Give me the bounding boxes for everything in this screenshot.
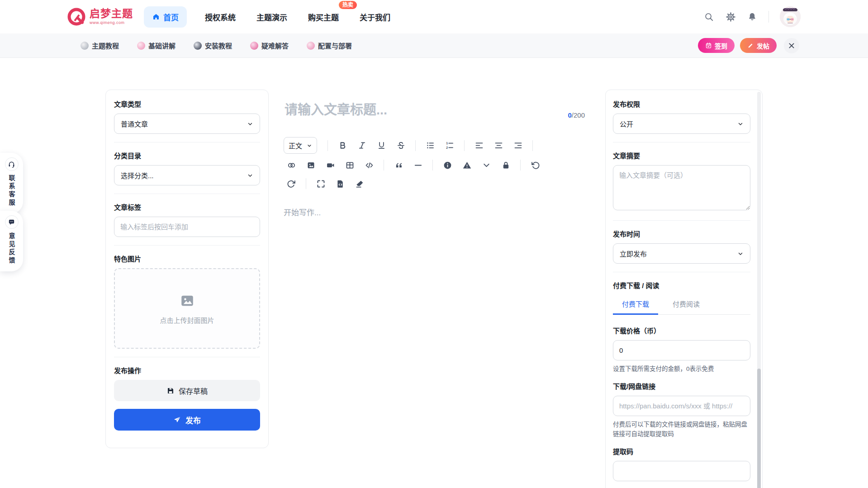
- publish-time-label: 发布时间: [613, 229, 750, 238]
- logo-title: 启梦主题: [90, 9, 133, 19]
- tags-input[interactable]: [114, 217, 260, 237]
- subnav-item-basics[interactable]: 基础讲解: [137, 41, 175, 50]
- image-icon: [179, 293, 195, 309]
- tab-paid-download[interactable]: 付费下载: [613, 295, 658, 315]
- undo-button[interactable]: [527, 158, 543, 172]
- contact-support-label: 联系客服: [7, 175, 16, 207]
- ordered-list-button[interactable]: 12: [442, 138, 457, 153]
- clear-format-button[interactable]: [352, 176, 367, 191]
- fullscreen-button[interactable]: [313, 176, 328, 191]
- editor-body[interactable]: 开始写作...: [284, 206, 586, 261]
- lock-block-button[interactable]: [498, 158, 513, 172]
- subnav-actions: 签到 发帖: [698, 38, 799, 53]
- subnav-item-theme-tutorial[interactable]: 主题教程: [81, 41, 119, 50]
- category-label: 分类目录: [114, 151, 260, 160]
- divider: [464, 140, 465, 151]
- feedback-button[interactable]: 意见反馈: [0, 211, 23, 271]
- gear-icon[interactable]: [725, 11, 736, 22]
- align-left-button[interactable]: [471, 138, 487, 153]
- top-navbar: 启梦主题 www.qimeng.com 首页 授权系统 主题演示 购买主题 热卖…: [0, 0, 868, 33]
- download-link-label: 下载/网盘链接: [613, 381, 750, 391]
- nav-item-demo[interactable]: 主题演示: [254, 6, 290, 28]
- bullet-list-button[interactable]: [422, 138, 438, 153]
- divider: [306, 178, 306, 189]
- paid-section-label: 付费下载 / 阅读: [613, 280, 750, 290]
- publish-time-select[interactable]: 立即发布: [613, 243, 750, 264]
- hot-badge: 热卖: [339, 1, 357, 9]
- bold-button[interactable]: [335, 138, 350, 153]
- category-avatar-icon: [307, 42, 315, 50]
- insert-video-button[interactable]: [323, 158, 338, 172]
- article-type-select[interactable]: 普通文章: [114, 114, 260, 134]
- divider: [114, 142, 260, 142]
- insert-image-button[interactable]: [303, 158, 318, 172]
- svg-text:2: 2: [446, 146, 448, 149]
- redo-button[interactable]: [284, 176, 299, 191]
- nav-item-about[interactable]: 关于我们: [357, 6, 393, 28]
- divider: [114, 357, 260, 357]
- close-icon: [788, 42, 795, 49]
- editor-column: 0/200 正文 12: [284, 90, 586, 261]
- new-post-button[interactable]: 发帖: [740, 38, 777, 53]
- format-select[interactable]: 正文: [284, 137, 317, 154]
- panel-scrollbar-thumb[interactable]: [757, 369, 761, 488]
- insert-table-button[interactable]: [342, 158, 357, 172]
- strikethrough-button[interactable]: [393, 138, 408, 153]
- import-file-button[interactable]: [332, 176, 348, 191]
- download-link-input[interactable]: [613, 396, 750, 416]
- nav-item-home[interactable]: 首页: [144, 6, 187, 28]
- divider: [613, 220, 750, 221]
- collapse-block-button[interactable]: [479, 158, 494, 172]
- link-button[interactable]: [284, 158, 299, 172]
- pencil-icon: [747, 42, 754, 49]
- bell-icon[interactable]: [747, 11, 758, 22]
- italic-button[interactable]: [354, 138, 370, 153]
- price-label: 下载价格（币）: [613, 326, 750, 335]
- code-button[interactable]: [361, 158, 377, 172]
- subnav-item-faq[interactable]: 疑难解答: [250, 41, 289, 50]
- chat-bubble-icon: [5, 215, 19, 229]
- permission-select[interactable]: 公开: [613, 114, 750, 134]
- info-block-button[interactable]: [440, 158, 455, 172]
- publish-button[interactable]: 发布: [114, 409, 260, 431]
- main-nav: 首页 授权系统 主题演示 购买主题 热卖 关于我们: [144, 0, 393, 33]
- publish-settings-panel: 发布权限 公开 文章摘要 发布时间 立即发布 付费下载 / 阅读 付费下载 付费…: [605, 90, 763, 488]
- extract-code-input[interactable]: [613, 461, 750, 481]
- subnav-item-deploy[interactable]: 配置与部署: [307, 41, 352, 50]
- contact-support-button[interactable]: 联系客服: [0, 153, 23, 213]
- download-link-hint: 付费后可以下载的文件链接或网盘链接，粘贴网盘链接可自动提取提取码: [613, 420, 750, 439]
- subnav-item-install[interactable]: 安装教程: [194, 41, 232, 50]
- upload-hint: 点击上传封面图片: [160, 315, 214, 325]
- site-logo[interactable]: 启梦主题 www.qimeng.com: [67, 0, 133, 33]
- horizontal-rule-button[interactable]: [410, 158, 426, 172]
- search-icon[interactable]: [703, 11, 714, 22]
- nav-item-buy[interactable]: 购买主题 热卖: [305, 6, 342, 28]
- tab-paid-read[interactable]: 付费阅读: [664, 295, 709, 314]
- cover-upload-area[interactable]: 点击上传封面图片: [114, 268, 260, 349]
- align-right-button[interactable]: [510, 138, 526, 153]
- chevron-down-icon: [737, 121, 744, 127]
- checkin-button[interactable]: 签到: [698, 38, 735, 53]
- underline-button[interactable]: [374, 138, 389, 153]
- nav-item-license[interactable]: 授权系统: [202, 6, 238, 28]
- price-input[interactable]: [613, 340, 750, 360]
- category-avatar-icon: [137, 42, 145, 50]
- category-avatar-icon: [194, 42, 202, 50]
- close-button[interactable]: [784, 38, 799, 53]
- permission-label: 发布权限: [613, 99, 750, 109]
- editor-toolbar: 正文 12: [284, 137, 586, 191]
- warning-block-button[interactable]: [459, 158, 474, 172]
- floppy-disk-icon: [166, 387, 175, 395]
- divider: [384, 160, 384, 171]
- save-draft-button[interactable]: 保存草稿: [114, 380, 260, 401]
- calendar-check-icon: [705, 42, 712, 49]
- category-avatar-icon: [81, 42, 89, 50]
- title-input[interactable]: [284, 102, 586, 118]
- blockquote-button[interactable]: [391, 158, 406, 172]
- category-select[interactable]: 选择分类...: [114, 165, 260, 185]
- user-avatar[interactable]: [780, 6, 801, 27]
- divider: [114, 194, 260, 194]
- divider: [327, 140, 328, 151]
- align-center-button[interactable]: [491, 138, 506, 153]
- summary-textarea[interactable]: [613, 165, 750, 210]
